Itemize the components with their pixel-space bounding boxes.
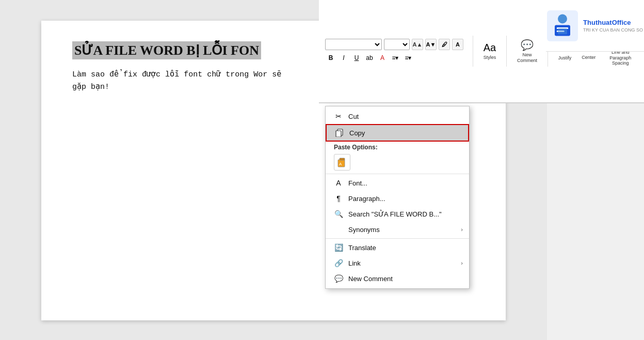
separator-1 bbox=[326, 174, 469, 174]
new-comment-section: 💬 NewComment bbox=[514, 37, 540, 66]
new-comment-label: New Comment bbox=[348, 275, 393, 283]
underline-button[interactable]: U bbox=[351, 52, 362, 64]
logo-area: ThuthuatOffice TRI KY CUA BAN CONG SO bbox=[546, 0, 644, 52]
font-row-1: A▲ A▼ 🖊 A bbox=[325, 39, 463, 50]
new-comment-button[interactable]: 💬 NewComment bbox=[514, 37, 540, 66]
body-line1: Làm sao để fix được lỗi font chữ trong W… bbox=[72, 70, 281, 79]
styles-button[interactable]: Aa Styles bbox=[480, 40, 500, 63]
context-menu-paragraph[interactable]: ¶ Paragraph... bbox=[326, 191, 469, 206]
separator-2 bbox=[326, 238, 469, 239]
justify-label: Justify bbox=[558, 55, 572, 61]
translate-icon: 🔄 bbox=[334, 243, 343, 252]
shrink-font-button[interactable]: A▼ bbox=[425, 39, 437, 50]
bold-button[interactable]: B bbox=[325, 52, 336, 64]
paragraph-icon: ¶ bbox=[334, 194, 343, 203]
cut-label: Cut bbox=[348, 113, 359, 120]
context-menu-copy[interactable]: Copy bbox=[326, 124, 469, 142]
link-label: Link bbox=[348, 259, 361, 267]
new-comment-icon: 💬 bbox=[521, 39, 534, 51]
link-icon: 🔗 bbox=[334, 258, 343, 268]
context-menu-font[interactable]: A Font... bbox=[326, 175, 469, 191]
center-label: Center bbox=[582, 55, 595, 60]
search-label: Search "SỬA FILE WORD B..." bbox=[348, 210, 442, 218]
context-menu-new-comment[interactable]: 💬 New Comment bbox=[326, 271, 469, 286]
synonyms-arrow-icon: › bbox=[461, 226, 463, 233]
styles-icon: Aa bbox=[484, 42, 496, 54]
styles-section: Aa Styles bbox=[480, 40, 500, 63]
format-row: B I U ab A ≡▾ ≡▾ bbox=[325, 52, 463, 64]
font-family-dropdown[interactable] bbox=[325, 39, 382, 50]
context-menu-synonyms[interactable]: Synonyms › bbox=[326, 222, 469, 237]
translate-label: Translate bbox=[348, 244, 376, 252]
highlight-button[interactable]: ab bbox=[364, 52, 375, 64]
context-menu: ✂ Cut Copy Paste Options: A A Font... ¶ bbox=[325, 106, 470, 289]
search-icon: 🔍 bbox=[334, 209, 343, 219]
copy-icon bbox=[335, 128, 344, 137]
svg-point-1 bbox=[558, 14, 567, 23]
font-icon: A bbox=[334, 178, 343, 188]
document-title: SỬA FILE WORD BỊ LỖI FON bbox=[72, 41, 261, 59]
italic-button[interactable]: I bbox=[338, 52, 349, 64]
grow-font-button[interactable]: A▲ bbox=[412, 39, 423, 50]
text-effects-button[interactable]: A bbox=[452, 39, 463, 50]
svg-text:A: A bbox=[339, 162, 342, 166]
synonyms-icon bbox=[334, 225, 343, 234]
line-spacing-label: Line and ParagraphSpacing bbox=[606, 50, 635, 66]
bullet-list-button[interactable]: ≡▾ bbox=[390, 52, 401, 64]
context-menu-search[interactable]: 🔍 Search "SỬA FILE WORD B..." bbox=[326, 206, 469, 222]
body-line2: gặp bạn! bbox=[72, 83, 109, 91]
context-menu-translate[interactable]: 🔄 Translate bbox=[326, 240, 469, 255]
styles-label: Styles bbox=[484, 55, 496, 60]
clear-format-button[interactable]: 🖊 bbox=[439, 39, 450, 50]
logo-tagline: TRI KY CUA BAN CONG SO bbox=[583, 27, 643, 33]
new-comment-label: NewComment bbox=[517, 52, 537, 64]
svg-rect-9 bbox=[340, 158, 345, 160]
numbering-button[interactable]: ≡▾ bbox=[403, 52, 414, 64]
logo-image bbox=[547, 10, 578, 41]
paste-options-label: Paste Options: bbox=[326, 142, 469, 152]
font-group: A▲ A▼ 🖊 A B I U ab A ≡▾ ≡▾ bbox=[325, 39, 463, 64]
copy-label: Copy bbox=[349, 129, 365, 137]
svg-rect-5 bbox=[558, 28, 567, 34]
paste-options-group: A bbox=[326, 152, 469, 173]
context-menu-link[interactable]: 🔗 Link › bbox=[326, 255, 469, 271]
ribbon-divider-1 bbox=[473, 36, 473, 67]
svg-rect-7 bbox=[336, 131, 341, 137]
logo-text-group: ThuthuatOffice TRI KY CUA BAN CONG SO bbox=[583, 19, 643, 33]
cut-icon: ✂ bbox=[334, 112, 343, 121]
synonyms-label: Synonyms bbox=[348, 226, 380, 234]
paste-icon-keep-source[interactable]: A bbox=[334, 154, 350, 171]
font-label: Font... bbox=[348, 179, 367, 187]
font-color-button[interactable]: A bbox=[377, 52, 388, 64]
context-menu-cut[interactable]: ✂ Cut bbox=[326, 109, 469, 124]
paragraph-label: Paragraph... bbox=[348, 195, 385, 203]
logo-site-name: ThuthuatOffice bbox=[583, 19, 643, 27]
font-size-dropdown[interactable] bbox=[384, 39, 410, 50]
ribbon-divider-2 bbox=[506, 36, 507, 67]
link-arrow-icon: › bbox=[461, 260, 463, 266]
new-comment-icon: 💬 bbox=[334, 274, 343, 283]
